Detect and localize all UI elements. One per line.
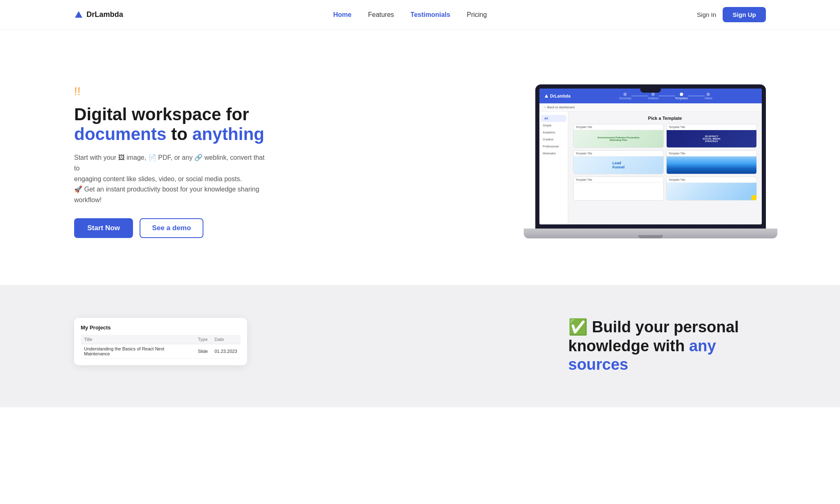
template-row-3: Template Title ... Template Title bbox=[573, 177, 757, 201]
navbar: DrLambda Home Features Testimonials Pric… bbox=[0, 0, 840, 30]
laptop-screen: DrLambda Summary Outlines bbox=[535, 84, 766, 229]
back-to-dashboard[interactable]: ‹ Back to dashboard bbox=[539, 103, 762, 112]
see-demo-button[interactable]: See a demo bbox=[140, 218, 203, 238]
start-now-button[interactable]: Start Now bbox=[74, 218, 133, 238]
template-card-6-label: Template Title bbox=[667, 177, 756, 183]
template-row-2: Template Title LeadFunnel Template Title bbox=[573, 150, 757, 174]
template-card-2[interactable]: Template Title 3D EFFECTSOCIAL MEDIASTRA… bbox=[666, 124, 757, 148]
section2-title-line2-text: knowledge with bbox=[568, 337, 689, 355]
template-more-preview: ... bbox=[574, 183, 663, 200]
hero-description: Start with your 🖼 image, 📄 PDF, or any 🔗… bbox=[74, 152, 272, 205]
check-icon: ✅ bbox=[568, 318, 588, 336]
hero-desc-line1: Start with your 🖼 image, 📄 PDF, or any 🔗… bbox=[74, 154, 264, 172]
hero-content: !! Digital workspace for documents to an… bbox=[74, 85, 272, 238]
template-grid-area: Pick a Template Template Title Environme… bbox=[568, 112, 762, 224]
section2-title-part1: Build your personal bbox=[592, 318, 739, 336]
hero-title-blue1: documents bbox=[74, 124, 166, 144]
projects-table: Title Type Date Understanding the Basics… bbox=[81, 335, 240, 359]
template-card-3-label: Template Title bbox=[574, 151, 663, 156]
template-blue-preview: LeadFunnel bbox=[574, 156, 663, 174]
section2-title-line2: knowledge with any sources bbox=[568, 337, 716, 373]
app-brand-name: DrLambda bbox=[550, 94, 570, 98]
row-title: Understanding the Basics of React Next M… bbox=[81, 344, 194, 359]
back-arrow-icon: ‹ bbox=[544, 105, 546, 109]
hero-title: Digital workspace for documents to anyth… bbox=[74, 105, 272, 145]
laptop-mockup: DrLambda Summary Outlines bbox=[535, 84, 766, 238]
template-dark-preview: 3D EFFECTSOCIAL MEDIASTRATEGY bbox=[667, 130, 756, 147]
row-type: Slide bbox=[194, 344, 211, 359]
step-line-1 bbox=[631, 96, 648, 96]
row-date: 01.23.2023 bbox=[211, 344, 240, 359]
app-mockup: DrLambda Summary Outlines bbox=[539, 89, 762, 224]
hero-visual: DrLambda Summary Outlines bbox=[478, 84, 766, 238]
svg-marker-1 bbox=[545, 94, 548, 98]
back-label: Back to dashboard bbox=[547, 105, 575, 109]
section2-title: ✅ Build your personal knowledge with any… bbox=[568, 318, 766, 374]
section2: My Projects Title Type Date Understandin… bbox=[0, 285, 840, 407]
svg-marker-0 bbox=[75, 11, 82, 18]
section2-text: ✅ Build your personal knowledge with any… bbox=[568, 318, 766, 374]
hero-title-part1: Digital workspace for bbox=[74, 105, 249, 124]
col-header-title: Title bbox=[81, 335, 194, 344]
projects-mockup: My Projects Title Type Date Understandin… bbox=[74, 318, 247, 365]
template-card-5-label: Template Title bbox=[574, 177, 663, 183]
table-row[interactable]: Understanding the Basics of React Next M… bbox=[81, 344, 240, 359]
template-card-4-label: Template Title bbox=[667, 151, 756, 156]
template-mountain-preview bbox=[667, 156, 756, 174]
template-yellow-preview bbox=[667, 183, 756, 200]
app-step-summary: Summary bbox=[619, 93, 631, 100]
app-step-templates: Templates bbox=[675, 93, 688, 100]
sidebar-item-simple[interactable]: Simple bbox=[539, 122, 568, 129]
hero-buttons: Start Now See a demo bbox=[74, 218, 272, 238]
template-card-5[interactable]: Template Title ... bbox=[573, 177, 664, 201]
sparkle-decoration: !! bbox=[74, 85, 272, 98]
template-green-preview: Environmental Pollution PreventionMarket… bbox=[574, 130, 663, 147]
template-card-3[interactable]: Template Title LeadFunnel bbox=[573, 150, 664, 174]
template-card-2-label: Template Title bbox=[667, 124, 756, 130]
hero-desc-line2: engaging content like slides, video, or … bbox=[74, 175, 242, 182]
nav-actions: Sign In Sign Up bbox=[697, 7, 766, 22]
nav-testimonials[interactable]: Testimonials bbox=[411, 11, 450, 18]
nav-home[interactable]: Home bbox=[333, 11, 351, 18]
sidebar-item-all[interactable]: All bbox=[541, 115, 566, 122]
signup-button[interactable]: Sign Up bbox=[723, 7, 766, 22]
col-header-date: Date bbox=[211, 335, 240, 344]
sidebar-item-academic[interactable]: Academic bbox=[539, 129, 568, 136]
step-line-3 bbox=[688, 96, 705, 96]
laptop-notch bbox=[640, 89, 661, 93]
sidebar-item-creative[interactable]: Creative bbox=[539, 136, 568, 143]
hero-section: !! Digital workspace for documents to an… bbox=[0, 30, 840, 285]
step-line-2 bbox=[658, 96, 675, 96]
app-logo: DrLambda bbox=[544, 94, 570, 98]
template-card-1-label: Template Title bbox=[574, 124, 663, 130]
projects-title: My Projects bbox=[81, 324, 240, 331]
template-row-1: Template Title Environmental Pollution P… bbox=[573, 124, 757, 148]
template-card-6[interactable]: Template Title bbox=[666, 177, 757, 201]
hero-desc-line3: 🚀 Get an instant productivity boost for … bbox=[74, 186, 259, 193]
app-step-slides: Slides bbox=[705, 93, 712, 100]
nav-pricing[interactable]: Pricing bbox=[467, 11, 487, 18]
projects-mockup-container: My Projects Title Type Date Understandin… bbox=[74, 318, 544, 365]
nav-links: Home Features Testimonials Pricing bbox=[333, 11, 487, 19]
nav-features[interactable]: Features bbox=[368, 11, 394, 18]
pick-template-title: Pick a Template bbox=[573, 116, 757, 121]
hero-title-blue2: anything bbox=[192, 124, 264, 144]
app-step-outlines: Outlines bbox=[648, 93, 658, 100]
app-steps-bar: Summary Outlines Templat bbox=[574, 93, 757, 100]
sidebar-item-minimalist[interactable]: Minimalist bbox=[539, 150, 568, 157]
laptop-base bbox=[524, 229, 777, 238]
template-sidebar: All Simple Academic Creative Professiona… bbox=[539, 112, 568, 224]
template-card-1[interactable]: Template Title Environmental Pollution P… bbox=[573, 124, 664, 148]
hero-desc-line4: workflow! bbox=[74, 196, 102, 203]
app-logo-icon bbox=[544, 94, 548, 98]
sidebar-item-professional[interactable]: Professional bbox=[539, 143, 568, 150]
brand-name: DrLambda bbox=[86, 10, 123, 19]
brand-logo[interactable]: DrLambda bbox=[74, 10, 123, 19]
hero-title-connector: to bbox=[166, 124, 192, 144]
template-card-4[interactable]: Template Title bbox=[666, 150, 757, 174]
col-header-type: Type bbox=[194, 335, 211, 344]
signin-button[interactable]: Sign In bbox=[697, 11, 716, 18]
logo-icon bbox=[74, 10, 83, 19]
